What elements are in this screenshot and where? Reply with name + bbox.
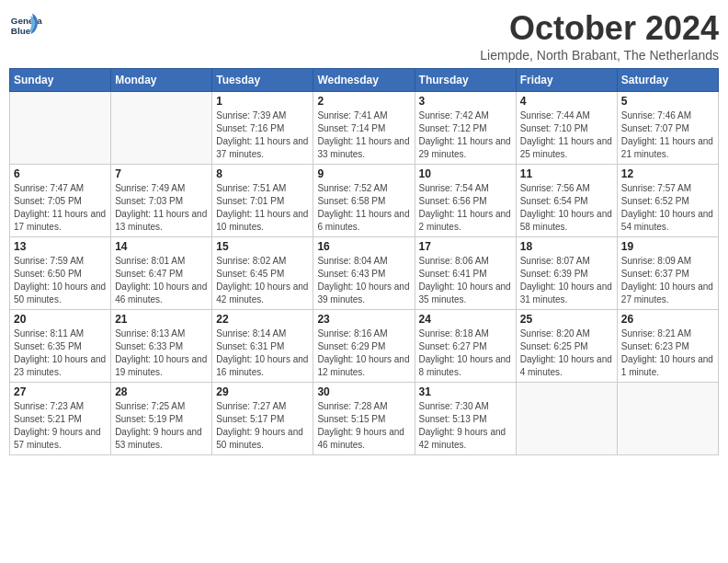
calendar-cell — [617, 383, 718, 455]
day-detail: Sunrise: 7:52 AMSunset: 6:58 PMDaylight:… — [317, 182, 410, 234]
day-number: 1 — [216, 95, 309, 108]
logo: General Blue — [9, 9, 42, 42]
calendar-cell: 23Sunrise: 8:16 AMSunset: 6:29 PMDayligh… — [313, 310, 415, 383]
day-detail: Sunrise: 7:56 AMSunset: 6:54 PMDaylight:… — [520, 182, 613, 234]
calendar-table: SundayMondayTuesdayWednesdayThursdayFrid… — [9, 68, 719, 455]
day-number: 8 — [216, 167, 309, 180]
day-number: 25 — [520, 313, 613, 326]
day-number: 23 — [317, 313, 410, 326]
logo-icon: General Blue — [9, 9, 42, 42]
calendar-cell: 2Sunrise: 7:41 AMSunset: 7:14 PMDaylight… — [313, 92, 415, 165]
column-header-thursday: Thursday — [415, 69, 516, 92]
day-detail: Sunrise: 7:49 AMSunset: 7:03 PMDaylight:… — [115, 182, 208, 234]
calendar-cell: 10Sunrise: 7:54 AMSunset: 6:56 PMDayligh… — [415, 165, 516, 237]
calendar-cell: 6Sunrise: 7:47 AMSunset: 7:05 PMDaylight… — [10, 165, 111, 237]
day-number: 30 — [317, 385, 410, 398]
day-number: 6 — [14, 167, 107, 180]
day-number: 9 — [317, 167, 410, 180]
column-header-sunday: Sunday — [10, 69, 111, 92]
day-number: 20 — [14, 313, 107, 326]
calendar-cell: 4Sunrise: 7:44 AMSunset: 7:10 PMDaylight… — [516, 92, 617, 165]
day-number: 14 — [115, 240, 208, 253]
calendar-cell: 7Sunrise: 7:49 AMSunset: 7:03 PMDaylight… — [111, 165, 212, 237]
day-detail: Sunrise: 8:20 AMSunset: 6:25 PMDaylight:… — [520, 327, 613, 379]
day-number: 7 — [115, 167, 208, 180]
calendar-cell: 16Sunrise: 8:04 AMSunset: 6:43 PMDayligh… — [313, 237, 415, 310]
day-detail: Sunrise: 7:42 AMSunset: 7:12 PMDaylight:… — [419, 109, 512, 161]
day-detail: Sunrise: 7:30 AMSunset: 5:13 PMDaylight:… — [419, 400, 512, 452]
calendar-cell: 25Sunrise: 8:20 AMSunset: 6:25 PMDayligh… — [516, 310, 617, 383]
day-number: 2 — [317, 95, 410, 108]
day-detail: Sunrise: 7:54 AMSunset: 6:56 PMDaylight:… — [419, 182, 512, 234]
calendar-cell: 15Sunrise: 8:02 AMSunset: 6:45 PMDayligh… — [212, 237, 313, 310]
day-number: 26 — [621, 313, 714, 326]
calendar-cell: 1Sunrise: 7:39 AMSunset: 7:16 PMDaylight… — [212, 92, 313, 165]
calendar-cell: 22Sunrise: 8:14 AMSunset: 6:31 PMDayligh… — [212, 310, 313, 383]
day-detail: Sunrise: 8:01 AMSunset: 6:47 PMDaylight:… — [115, 255, 208, 306]
calendar-cell: 14Sunrise: 8:01 AMSunset: 6:47 PMDayligh… — [111, 237, 212, 310]
day-number: 17 — [419, 240, 512, 253]
calendar-cell — [516, 383, 617, 455]
day-detail: Sunrise: 7:25 AMSunset: 5:19 PMDaylight:… — [115, 400, 208, 452]
calendar-cell — [10, 92, 111, 165]
calendar-week-2: 6Sunrise: 7:47 AMSunset: 7:05 PMDaylight… — [10, 165, 719, 237]
calendar-cell: 12Sunrise: 7:57 AMSunset: 6:52 PMDayligh… — [617, 165, 718, 237]
day-number: 3 — [419, 95, 512, 108]
calendar-week-3: 13Sunrise: 7:59 AMSunset: 6:50 PMDayligh… — [10, 237, 719, 310]
calendar-cell — [111, 92, 212, 165]
day-number: 12 — [621, 167, 714, 180]
day-detail: Sunrise: 8:21 AMSunset: 6:23 PMDaylight:… — [621, 327, 714, 379]
svg-text:General: General — [11, 16, 42, 26]
column-header-friday: Friday — [516, 69, 617, 92]
day-detail: Sunrise: 7:39 AMSunset: 7:16 PMDaylight:… — [216, 109, 309, 161]
day-number: 5 — [621, 95, 714, 108]
calendar-week-5: 27Sunrise: 7:23 AMSunset: 5:21 PMDayligh… — [10, 383, 719, 455]
day-detail: Sunrise: 8:07 AMSunset: 6:39 PMDaylight:… — [520, 255, 613, 306]
day-number: 24 — [419, 313, 512, 326]
column-header-monday: Monday — [111, 69, 212, 92]
day-number: 10 — [419, 167, 512, 180]
day-number: 29 — [216, 385, 309, 398]
column-header-wednesday: Wednesday — [313, 69, 415, 92]
day-detail: Sunrise: 8:04 AMSunset: 6:43 PMDaylight:… — [317, 255, 410, 306]
svg-text:Blue: Blue — [11, 26, 31, 36]
calendar-cell: 11Sunrise: 7:56 AMSunset: 6:54 PMDayligh… — [516, 165, 617, 237]
calendar-cell: 26Sunrise: 8:21 AMSunset: 6:23 PMDayligh… — [617, 310, 718, 383]
calendar-cell: 9Sunrise: 7:52 AMSunset: 6:58 PMDaylight… — [313, 165, 415, 237]
day-number: 13 — [14, 240, 107, 253]
day-number: 4 — [520, 95, 613, 108]
day-detail: Sunrise: 7:28 AMSunset: 5:15 PMDaylight:… — [317, 400, 410, 452]
day-detail: Sunrise: 7:46 AMSunset: 7:07 PMDaylight:… — [621, 109, 714, 161]
day-detail: Sunrise: 7:41 AMSunset: 7:14 PMDaylight:… — [317, 109, 410, 161]
day-number: 31 — [419, 385, 512, 398]
day-detail: Sunrise: 8:14 AMSunset: 6:31 PMDaylight:… — [216, 327, 309, 379]
calendar-cell: 5Sunrise: 7:46 AMSunset: 7:07 PMDaylight… — [617, 92, 718, 165]
calendar-cell: 19Sunrise: 8:09 AMSunset: 6:37 PMDayligh… — [617, 237, 718, 310]
calendar-cell: 8Sunrise: 7:51 AMSunset: 7:01 PMDaylight… — [212, 165, 313, 237]
calendar-week-1: 1Sunrise: 7:39 AMSunset: 7:16 PMDaylight… — [10, 92, 719, 165]
column-header-saturday: Saturday — [617, 69, 718, 92]
day-detail: Sunrise: 7:51 AMSunset: 7:01 PMDaylight:… — [216, 182, 309, 234]
day-detail: Sunrise: 8:16 AMSunset: 6:29 PMDaylight:… — [317, 327, 410, 379]
calendar-header-row: SundayMondayTuesdayWednesdayThursdayFrid… — [10, 69, 719, 92]
day-number: 15 — [216, 240, 309, 253]
day-detail: Sunrise: 8:13 AMSunset: 6:33 PMDaylight:… — [115, 327, 208, 379]
calendar-cell: 24Sunrise: 8:18 AMSunset: 6:27 PMDayligh… — [415, 310, 516, 383]
calendar-week-4: 20Sunrise: 8:11 AMSunset: 6:35 PMDayligh… — [10, 310, 719, 383]
day-number: 22 — [216, 313, 309, 326]
location-subtitle: Liempde, North Brabant, The Netherlands — [480, 48, 719, 63]
day-detail: Sunrise: 7:44 AMSunset: 7:10 PMDaylight:… — [520, 109, 613, 161]
calendar-cell: 20Sunrise: 8:11 AMSunset: 6:35 PMDayligh… — [10, 310, 111, 383]
day-number: 21 — [115, 313, 208, 326]
day-detail: Sunrise: 8:11 AMSunset: 6:35 PMDaylight:… — [14, 327, 107, 379]
calendar-cell: 21Sunrise: 8:13 AMSunset: 6:33 PMDayligh… — [111, 310, 212, 383]
day-number: 11 — [520, 167, 613, 180]
day-number: 18 — [520, 240, 613, 253]
day-detail: Sunrise: 8:02 AMSunset: 6:45 PMDaylight:… — [216, 255, 309, 306]
day-detail: Sunrise: 7:59 AMSunset: 6:50 PMDaylight:… — [14, 255, 107, 306]
day-number: 16 — [317, 240, 410, 253]
column-header-tuesday: Tuesday — [212, 69, 313, 92]
calendar-cell: 27Sunrise: 7:23 AMSunset: 5:21 PMDayligh… — [10, 383, 111, 455]
calendar-cell: 13Sunrise: 7:59 AMSunset: 6:50 PMDayligh… — [10, 237, 111, 310]
day-detail: Sunrise: 8:18 AMSunset: 6:27 PMDaylight:… — [419, 327, 512, 379]
